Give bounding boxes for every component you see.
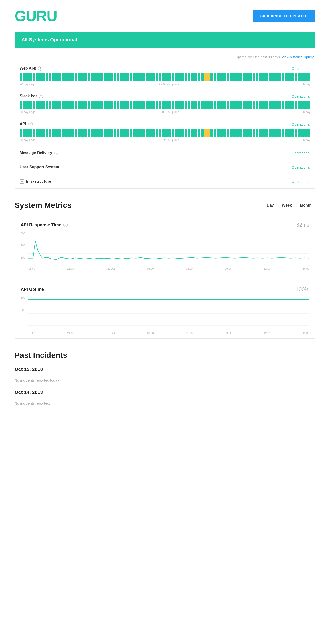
uptime-bar-item [36, 73, 39, 81]
incident-text: No incidents reported today. [15, 378, 315, 382]
uptime-bar-item [165, 73, 168, 81]
uptime-bar-item [139, 129, 142, 137]
question-mark-icon[interactable]: ? [39, 94, 43, 98]
uptime-bar-item [201, 129, 203, 137]
uptime-bar-item [55, 73, 58, 81]
uptime-bar-item [133, 129, 135, 137]
x-labels: 18:00 21:00 15. Oct 03:00 06:00 09:00 12… [21, 267, 309, 270]
uptime-bar-item [29, 101, 32, 109]
uptime-bar-item [91, 129, 93, 137]
uptime-bar-item [220, 73, 223, 81]
uptime-bar-item [29, 73, 32, 81]
uptime-bar-item [188, 129, 191, 137]
metrics-header: System Metrics Day Week Month [15, 201, 315, 210]
uptime-bar-item [65, 101, 68, 109]
uptime-bar-item [185, 129, 187, 137]
uptime-bar-item [298, 101, 300, 109]
uptime-bar-item [188, 73, 191, 81]
uptime-bar-item [71, 129, 74, 137]
uptime-bar-item [217, 101, 220, 109]
uptime-bar-item [265, 101, 268, 109]
uptime-bar-item [230, 129, 232, 137]
expand-icon[interactable]: + [20, 179, 24, 184]
uptime-bar-item [185, 101, 187, 109]
uptime-bar-item [97, 129, 100, 137]
tab-week[interactable]: Week [278, 202, 296, 208]
uptime-bar-item [39, 129, 42, 137]
uptime-bar-item [253, 73, 255, 81]
uptime-bar-item [42, 73, 45, 81]
uptime-bar-item [240, 129, 242, 137]
uptime-bar-item [165, 101, 168, 109]
uptime-bar-item [100, 73, 103, 81]
uptime-header: Uptime over the past 90 days. View histo… [15, 55, 315, 59]
uptime-bar-item [39, 101, 42, 109]
uptime-bar-item [165, 129, 168, 137]
view-historical-link[interactable]: View historical uptime. [282, 55, 315, 59]
uptime-bar-item [269, 73, 271, 81]
question-mark-icon[interactable]: ? [54, 151, 59, 155]
uptime-bar-item [191, 101, 194, 109]
uptime-bar-item [227, 73, 229, 81]
uptime-bar-item [175, 73, 178, 81]
uptime-bar-item [269, 101, 271, 109]
uptime-bar-item [256, 129, 258, 137]
uptime-bar-item [227, 101, 229, 109]
uptime-bar-item [46, 101, 48, 109]
uptime-bar-item [23, 129, 26, 137]
uptime-bar-item [91, 101, 93, 109]
uptime-bar-item [233, 129, 236, 137]
uptime-bar-item [110, 129, 113, 137]
uptime-bar-item [278, 129, 281, 137]
subscribe-button[interactable]: SUBSCRIBE TO UPDATES [253, 10, 315, 22]
uptime-bar-item [104, 129, 106, 137]
uptime-bar-item [100, 101, 103, 109]
uptime-bar-item [178, 101, 181, 109]
uptime-bar-item [97, 101, 100, 109]
uptime-bar-item [114, 101, 116, 109]
uptime-bar-item [249, 101, 252, 109]
uptime-bar-item [246, 129, 249, 137]
uptime-bar-item [117, 129, 119, 137]
uptime-bar-item [159, 73, 161, 81]
question-mark-icon[interactable]: ? [28, 122, 33, 126]
tab-month[interactable]: Month [296, 202, 315, 208]
uptime-bar-item [259, 73, 262, 81]
uptime-bar-item [88, 101, 90, 109]
uptime-bar-item [107, 129, 110, 137]
uptime-bar-item [110, 73, 113, 81]
x-labels: 18:00 21:00 15. Oct 03:00 06:00 09:00 12… [21, 332, 309, 334]
service-name: Web App ? [20, 66, 43, 70]
uptime-bar-item [307, 129, 310, 137]
uptime-bar-item [149, 73, 152, 81]
incident-divider [15, 398, 315, 398]
uptime-bar-item [104, 101, 106, 109]
uptime-bar-item [191, 73, 194, 81]
uptime-bar-item [272, 73, 275, 81]
uptime-bar-item [149, 101, 152, 109]
uptime-bar-item [126, 101, 129, 109]
question-mark-icon[interactable]: ? [38, 66, 43, 70]
uptime-bar-item [78, 129, 81, 137]
uptime-bar-item [130, 129, 132, 137]
uptime-bar-item [175, 129, 178, 137]
uptime-bar-item [291, 101, 294, 109]
uptime-bar-item [236, 129, 239, 137]
uptime-bar-item [236, 101, 239, 109]
question-mark-icon[interactable]: ? [63, 223, 68, 227]
uptime-bar-item [155, 129, 158, 137]
uptime-bar-item [162, 129, 164, 137]
uptime-bar-item [169, 129, 171, 137]
uptime-bar-item [120, 101, 122, 109]
uptime-bars [20, 73, 310, 81]
uptime-bar-item [224, 101, 226, 109]
uptime-bar-item [133, 101, 135, 109]
uptime-bar-item [65, 129, 68, 137]
service-status: Operational [291, 66, 310, 70]
uptime-bar-item [152, 101, 155, 109]
chart-area: 300 200 100 [21, 232, 309, 266]
service-row: API ? Operational 90 days ago 99.97 % up… [15, 118, 315, 146]
incident-divider [15, 374, 315, 375]
uptime-bar-item [214, 73, 216, 81]
tab-day[interactable]: Day [263, 202, 278, 208]
